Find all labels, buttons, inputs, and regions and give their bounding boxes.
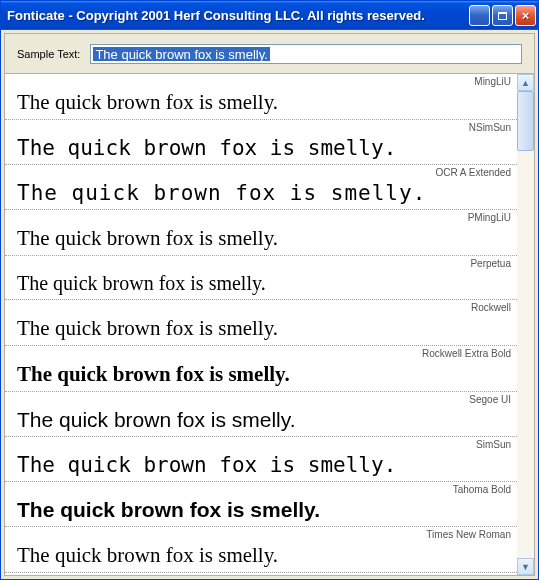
font-name-label: SimSun — [5, 437, 517, 451]
font-entry[interactable]: Segoe UIThe quick brown fox is smelly. — [5, 392, 517, 437]
sample-text-selection: The quick brown fox is smelly. — [93, 47, 269, 61]
font-entry[interactable]: OCR A ExtendedThe quick brown fox is sme… — [5, 165, 517, 210]
font-sample: The quick brown fox is smelly. — [5, 88, 517, 119]
scroll-thumb[interactable] — [517, 91, 534, 151]
font-entry[interactable]: SimSunThe quick brown fox is smelly. — [5, 437, 517, 482]
font-entry[interactable]: NSimSunThe quick brown fox is smelly. — [5, 120, 517, 165]
toolbar: Sample Text: The quick brown fox is smel… — [5, 34, 534, 74]
font-name-label: Segoe UI — [5, 392, 517, 406]
font-entry[interactable]: RockwellThe quick brown fox is smelly. — [5, 300, 517, 346]
scroll-track[interactable] — [517, 91, 534, 558]
font-sample: The quick brown fox is smelly. — [5, 451, 517, 481]
font-name-label: PMingLiU — [5, 210, 517, 224]
font-sample: The quick brown fox is smelly. — [5, 496, 517, 526]
font-sample: The quick brown fox is smelly. — [5, 406, 517, 436]
scroll-down-button[interactable]: ▼ — [517, 558, 534, 575]
close-button[interactable]: × — [515, 5, 536, 26]
font-entry[interactable]: PMingLiUThe quick brown fox is smelly. — [5, 210, 517, 256]
scroll-up-button[interactable]: ▲ — [517, 74, 534, 91]
font-sample: The quick brown fox is smelly. — [5, 134, 517, 164]
font-list: MingLiUThe quick brown fox is smelly.NSi… — [5, 74, 517, 575]
font-sample: The quick brown fox is smelly. — [5, 224, 517, 255]
font-entry[interactable]: MingLiUThe quick brown fox is smelly. — [5, 74, 517, 120]
font-name-label: Times New Roman — [5, 527, 517, 541]
window-controls: _ × — [469, 5, 536, 26]
font-name-label: Rockwell — [5, 300, 517, 314]
font-entry[interactable]: Rockwell Extra BoldThe quick brown fox i… — [5, 346, 517, 392]
font-name-label: MingLiU — [5, 74, 517, 88]
minimize-button[interactable]: _ — [469, 5, 490, 26]
font-name-label: NSimSun — [5, 120, 517, 134]
client-area: Sample Text: The quick brown fox is smel… — [1, 30, 538, 579]
font-name-label: Tahoma Bold — [5, 482, 517, 496]
app-window: Fonticate - Copyright 2001 Herf Consulti… — [0, 0, 539, 580]
titlebar[interactable]: Fonticate - Copyright 2001 Herf Consulti… — [1, 1, 538, 30]
font-sample: The quick brown fox is smelly. — [5, 179, 517, 209]
font-sample: The quick brown fox is smelly. — [5, 541, 517, 572]
font-name-label: Perpetua — [5, 256, 517, 270]
font-sample: The quick brown fox is smelly. — [5, 270, 517, 299]
window-title: Fonticate - Copyright 2001 Herf Consulti… — [7, 8, 469, 23]
font-entry[interactable]: Tahoma BoldThe quick brown fox is smelly… — [5, 482, 517, 527]
vertical-scrollbar[interactable]: ▲ ▼ — [517, 74, 534, 575]
sample-text-label: Sample Text: — [17, 48, 80, 60]
font-sample: The quick brown fox is smelly. — [5, 314, 517, 345]
font-name-label: OCR A Extended — [5, 165, 517, 179]
font-name-label: Rockwell Extra Bold — [5, 346, 517, 360]
inner-panel: Sample Text: The quick brown fox is smel… — [4, 33, 535, 576]
font-sample: The quick brown fox is smelly. — [5, 360, 517, 391]
font-entry[interactable]: Times New RomanThe quick brown fox is sm… — [5, 527, 517, 573]
maximize-button[interactable] — [492, 5, 513, 26]
font-entry[interactable]: PerpetuaThe quick brown fox is smelly. — [5, 256, 517, 300]
sample-text-input[interactable]: The quick brown fox is smelly. — [90, 44, 522, 64]
font-scroll-area: MingLiUThe quick brown fox is smelly.NSi… — [5, 74, 534, 575]
